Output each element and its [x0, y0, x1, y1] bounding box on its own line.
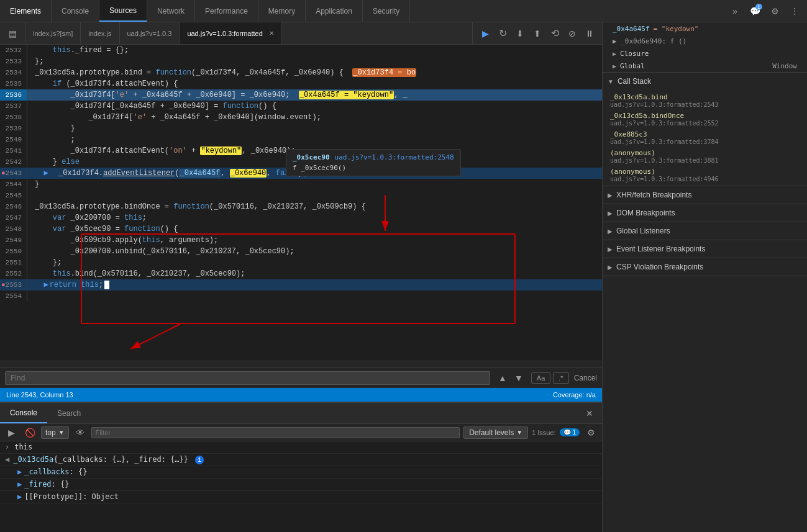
find-navigation: ▲ ▼ — [495, 372, 526, 384]
default-levels-button[interactable]: Default levels ▼ — [463, 426, 528, 439]
call-stack-section: ▼ Call Stack _0x13cd5a.bind uad.js?v=1.0… — [603, 73, 807, 186]
expand-prototype[interactable]: ▶ — [17, 492, 22, 501]
call-stack-item-2[interactable]: _0xe885c3 uad.js?v=1.0.3:formatted:3784 — [603, 128, 807, 147]
code-line-2548: 2548 var _0x5cec90 = function() { — [0, 223, 602, 235]
match-case-button[interactable]: Aa — [531, 372, 550, 384]
tab-performance[interactable]: Performance — [195, 0, 258, 22]
regex-button[interactable]: .* — [553, 372, 568, 384]
code-line-2537: 2537 _0x1d73f4[_0x4a645f + _0x6e940] = f… — [0, 101, 602, 112]
find-options: Aa .* — [531, 372, 569, 384]
console-entry-output[interactable]: ◀ _0x13cd5a{_callbacks: {…}, _fired: {…}… — [0, 454, 602, 466]
scope-item-global[interactable]: ▶ Global Window — [603, 60, 807, 72]
expand-fired[interactable]: ▶ — [17, 480, 22, 489]
console-tree-fired[interactable]: ▶ _fired: {} — [0, 479, 602, 491]
close-tab-button[interactable]: ✕ — [269, 30, 274, 37]
console-body[interactable]: › this ◀ _0x13cd5a{_callbacks: {…}, _fir… — [0, 441, 602, 532]
levels-dropdown-icon: ▼ — [516, 429, 522, 436]
csp-violation-breakpoints-label: CSP Violation Breakpoints — [616, 263, 703, 271]
play-button[interactable]: ▶ — [478, 26, 493, 41]
code-editor[interactable]: 2532 this._fired = {}; 2533 }; 2534 _0x1… — [0, 45, 602, 361]
global-listeners-header[interactable]: ▶ Global Listeners — [603, 222, 807, 240]
file-tabs: ▤ index.js?[sm] index.js uad.js?v=1.0.3 … — [0, 22, 602, 45]
code-line-2552: 2552 this.bind(_0x570116, _0x210237, _0x… — [0, 268, 602, 279]
xhr-breakpoints-label: XHR/fetch Breakpoints — [616, 191, 691, 199]
chevron-call-stack: ▼ — [608, 78, 614, 85]
event-listener-breakpoints-label: Event Listener Breakpoints — [616, 245, 705, 253]
call-stack-item-4[interactable]: (anonymous) uad.js?v=1.0.3:formatted:494… — [603, 166, 807, 184]
call-stack-item-0[interactable]: _0x13cd5a.bind uad.js?v=1.0.3:formatted:… — [603, 91, 807, 110]
step-over-button[interactable]: ↻ — [495, 26, 510, 41]
step-out-button[interactable]: ⬆ — [530, 26, 545, 41]
console-toolbar: ▶ 🚫 top ▼ 👁 Default levels ▼ 1 Issue: 💬 … — [0, 424, 602, 441]
console-tree-prototype[interactable]: ▶ [[Prototype]]: Object — [0, 491, 602, 503]
file-tab-indexjs-sm[interactable]: index.js?[sm] — [25, 22, 81, 44]
toggle-sidebar-button[interactable]: ▤ — [5, 26, 20, 41]
tab-security[interactable]: Security — [363, 0, 410, 22]
xhr-breakpoints-section: ▶ XHR/fetch Breakpoints — [603, 186, 807, 204]
tab-memory[interactable]: Memory — [258, 0, 306, 22]
csp-violation-breakpoints-header[interactable]: ▶ CSP Violation Breakpoints — [603, 258, 807, 276]
file-tab-uadjs-formatted[interactable]: uad.js?v=1.0.3:formatted ✕ — [180, 22, 281, 44]
console-settings-button[interactable]: ⚙ — [583, 425, 598, 440]
tab-application[interactable]: Application — [306, 0, 363, 22]
csp-violation-breakpoints-section: ▶ CSP Violation Breakpoints — [603, 258, 807, 276]
step-into-button[interactable]: ⬇ — [513, 26, 527, 41]
scope-item-closure-group[interactable]: ▶ Closure — [603, 47, 807, 60]
call-stack-item-1[interactable]: _0x13cd5a.bindOnce uad.js?v=1.0.3:format… — [603, 110, 807, 128]
clear-console-button[interactable]: 🚫 — [22, 425, 37, 440]
code-line-2553: ●2553 ▶return this; — [0, 279, 602, 291]
find-input[interactable] — [5, 371, 490, 385]
call-stack-header[interactable]: ▼ Call Stack — [603, 73, 807, 90]
code-line-2549: 2549 _0x509cb9.apply(this, arguments); — [0, 235, 602, 246]
dom-breakpoints-header[interactable]: ▶ DOM Breakpoints — [603, 204, 807, 222]
settings-button[interactable]: ⚙ — [767, 4, 782, 19]
context-selector[interactable]: top ▼ — [41, 426, 69, 439]
call-stack-title: Call Stack — [618, 77, 651, 86]
cursor-position: Line 2543, Column 13 — [6, 391, 73, 399]
close-console-button[interactable]: ✕ — [582, 406, 597, 421]
xhr-breakpoints-header[interactable]: ▶ XHR/fetch Breakpoints — [603, 186, 807, 204]
console-tree-callbacks[interactable]: ▶ _callbacks: {} — [0, 466, 602, 479]
call-stack-item-3[interactable]: (anonymous) uad.js?v=1.0.3:formatted:388… — [603, 147, 807, 166]
tab-console[interactable]: Console — [52, 0, 99, 22]
code-line-2554: 2554 — [0, 291, 602, 302]
tab-performance-label: Performance — [205, 7, 248, 16]
live-expression-button[interactable]: 👁 — [73, 425, 88, 440]
event-listener-breakpoints-header[interactable]: ▶ Event Listener Breakpoints — [603, 240, 807, 258]
file-tab-uadjs[interactable]: uad.js?v=1.0.3 — [120, 22, 180, 44]
disable-breakpoints-button[interactable]: ⊘ — [565, 26, 580, 41]
call-stack-fn-0: _0x13cd5a.bind — [610, 93, 800, 101]
find-previous-button[interactable]: ▲ — [495, 372, 510, 384]
chat-button[interactable]: 💬 1 — [747, 4, 762, 19]
code-line-2545: 2545 — [0, 190, 602, 201]
code-line-2532: 2532 this._fired = {}; — [0, 45, 602, 56]
file-tab-indexjs[interactable]: index.js — [81, 22, 119, 44]
overflow-tabs-button[interactable]: » — [727, 4, 742, 19]
pause-button[interactable]: ⏸ — [582, 26, 597, 41]
tab-sources-label: Sources — [109, 6, 137, 15]
find-cancel-button[interactable]: Cancel — [574, 374, 597, 382]
execute-button[interactable]: ▶ — [4, 425, 19, 440]
tab-network-label: Network — [157, 7, 185, 16]
top-tab-icons: » 💬 1 ⚙ ⋮ — [723, 0, 807, 22]
expand-callbacks[interactable]: ▶ — [17, 467, 22, 476]
find-next-button[interactable]: ▼ — [511, 372, 526, 384]
horizontal-scrollbar[interactable] — [0, 361, 602, 367]
file-tab-label: uad.js?v=1.0.3 — [127, 30, 172, 37]
code-line-2536: 2536 _0x1d73f4['e' + _0x4a645f + _0x6e94… — [0, 89, 602, 101]
dom-breakpoints-section: ▶ DOM Breakpoints — [603, 204, 807, 222]
console-tab-label: Console — [10, 408, 37, 417]
console-filter-input[interactable] — [91, 427, 460, 438]
tab-sources[interactable]: Sources — [99, 0, 147, 22]
find-bar: ▲ ▼ Aa .* Cancel — [0, 367, 602, 388]
tab-network[interactable]: Network — [147, 0, 195, 22]
variable-tooltip: _0x5cec90 uad.js?v=1.0.3:formatted:2548 … — [286, 149, 461, 176]
tab-console-bottom[interactable]: Console — [0, 403, 47, 423]
expand-arrow[interactable]: ◀ — [5, 455, 9, 464]
more-button[interactable]: ⋮ — [787, 4, 802, 19]
deactivate-button[interactable]: ⟲ — [547, 26, 562, 41]
chevron-global-listeners: ▶ — [608, 228, 613, 235]
tooltip-address: _0x5cec90 — [293, 153, 330, 161]
tab-search[interactable]: Search — [47, 403, 91, 423]
tab-elements[interactable]: Elements — [0, 0, 52, 22]
